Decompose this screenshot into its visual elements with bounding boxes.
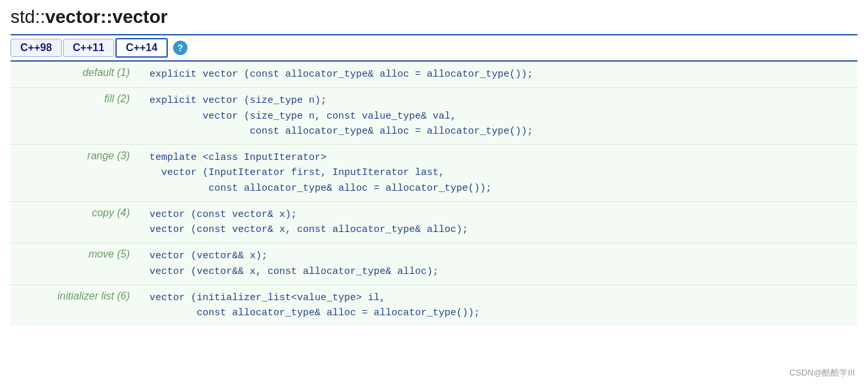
row-code-0: explicit vector (const allocator_type& a… [142,62,858,88]
title-prefix: std:: [10,7,45,27]
row-code-3: vector (const vector& x); vector (const … [142,201,858,243]
row-code-1: explicit vector (size_type n); vector (s… [142,88,858,145]
table-row: move (5)vector (vector&& x); vector (vec… [10,243,858,285]
title-main: vector::vector [45,7,168,27]
help-icon[interactable]: ? [173,41,187,55]
table-row: initializer list (6)vector (initializer_… [10,284,858,326]
constructor-table: default (1)explicit vector (const alloca… [10,62,858,326]
table-row: range (3)template <class InputIterator> … [10,145,858,202]
page-title: std::vector::vector [10,7,858,28]
table-row: copy (4)vector (const vector& x); vector… [10,201,858,243]
row-label-0: default (1) [10,62,142,88]
tab-cpp11[interactable]: C++11 [63,39,114,57]
tabs-bar: C++98 C++11 C++14 ? [10,34,858,62]
tab-cpp98[interactable]: C++98 [10,39,62,57]
row-code-4: vector (vector&& x); vector (vector&& x,… [142,243,858,285]
row-label-1: fill (2) [10,88,142,145]
tab-cpp14[interactable]: C++14 [115,38,168,58]
page-container: std::vector::vector C++98 C++11 C++14 ? … [0,0,868,332]
table-row: default (1)explicit vector (const alloca… [10,62,858,88]
row-label-4: move (5) [10,243,142,285]
row-code-5: vector (initializer_list<value_type> il,… [142,284,858,326]
watermark: CSDN@酷酷学III [789,367,855,379]
row-label-5: initializer list (6) [10,284,142,326]
row-label-2: range (3) [10,145,142,202]
row-label-3: copy (4) [10,201,142,243]
row-code-2: template <class InputIterator> vector (I… [142,145,858,202]
table-row: fill (2)explicit vector (size_type n); v… [10,88,858,145]
